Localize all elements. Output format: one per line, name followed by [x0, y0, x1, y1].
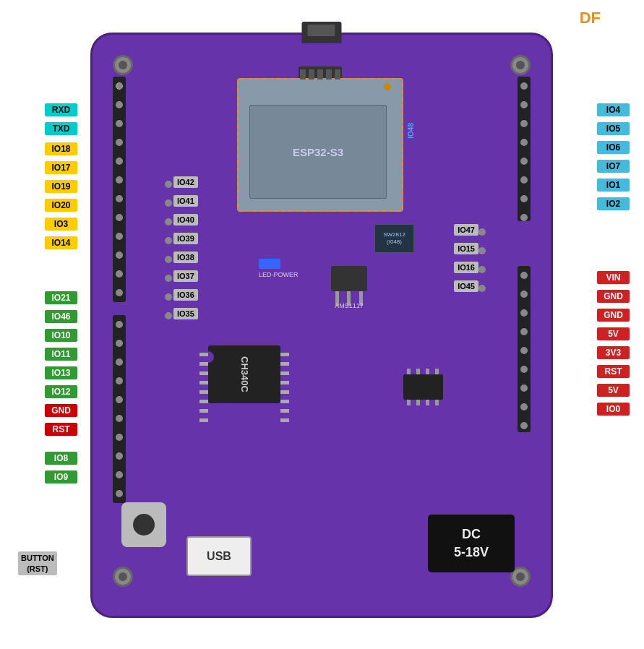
usb-port-bottom: USB [186, 536, 252, 576]
ch340c-pin-l3 [199, 371, 208, 375]
esp32-chip-body: ESP32-S3 [249, 105, 387, 199]
pin-label-vin: VIN [597, 271, 630, 284]
pin-hole-r2 [520, 101, 528, 108]
inner-pin-hole-il5 [165, 256, 172, 263]
pin-hole-l11 [116, 270, 123, 278]
io-label-io38: IO38 [173, 252, 198, 263]
sic-pin-t1 [407, 369, 411, 374]
pin-hole-rb7 [520, 384, 528, 392]
pin-hole-lb3 [116, 358, 123, 366]
io-label-io39: IO39 [173, 233, 198, 244]
pin-label-io4: IO4 [597, 103, 630, 116]
io-label-io37: IO37 [173, 270, 198, 282]
io-label-io16: IO16 [454, 262, 478, 273]
pin-label-gnd1: GND [597, 290, 630, 303]
inner-pin-hole-il7 [165, 293, 172, 301]
pin-hole-l12 [116, 289, 123, 296]
inner-pin-hole-il8 [165, 312, 172, 319]
inner-pin-hole-ir3 [478, 266, 486, 273]
pin-hole-r8 [520, 214, 528, 221]
pin-label-5v1: 5V [597, 327, 630, 340]
pin-label-5v2: 5V [597, 384, 630, 397]
pin-hole-r5 [520, 158, 528, 165]
pin-hole-lb10 [116, 490, 123, 497]
pin-label-3v3: 3V3 [597, 346, 630, 359]
pin-hole-l5 [116, 158, 123, 165]
pin-hole-l10 [116, 252, 123, 259]
io-label-io45: IO45 [454, 280, 478, 292]
pin-hole-lb8 [116, 452, 123, 460]
pin-hole-lb6 [116, 415, 123, 422]
led-power-label: LED-POWER [259, 271, 299, 278]
pin-label-io11: IO11 [45, 348, 77, 361]
pin-hole-r3 [520, 120, 528, 127]
button-rst-cap[interactable] [133, 514, 155, 536]
pin-hole-r4 [520, 139, 528, 146]
pin-label-io14: IO14 [45, 236, 77, 249]
inner-pin-hole-il3 [165, 218, 172, 225]
pin-hole-lb4 [116, 377, 123, 384]
pin-label-rxd: RXD [45, 103, 77, 116]
ch340c-label: CH340C [239, 356, 250, 392]
pin-hole-rb2 [520, 291, 528, 298]
pin-hole-lb2 [116, 340, 123, 347]
ch340c-pin-l4 [199, 381, 208, 384]
pin-label-io7: IO7 [597, 160, 630, 173]
inner-pin-hole-il2 [165, 199, 172, 207]
pin-hole-r6 [520, 176, 528, 184]
small-ic-body [403, 374, 443, 400]
pin-label-io18: IO18 [45, 142, 77, 155]
ch340c-pin-r6 [280, 400, 289, 403]
pin-hole-rb6 [520, 366, 528, 373]
pin-hole-l1 [116, 82, 123, 90]
inner-pin-hole-ir2 [478, 247, 486, 254]
pin-label-io13: IO13 [45, 366, 77, 379]
mount-hole-tl [113, 55, 133, 75]
pin-label-io1: IO1 [597, 179, 630, 192]
esp32-led-dot [384, 83, 391, 90]
pin-label-txd: TXD [45, 122, 77, 135]
inner-pin-hole-il4 [165, 237, 172, 244]
button-rst-component[interactable] [121, 502, 166, 547]
ams1117-body [331, 266, 367, 291]
ch340c-pin-l8 [199, 418, 208, 422]
pin-hole-r1 [520, 82, 528, 90]
ch340c-pin-r2 [280, 362, 289, 366]
brand-label: DF [580, 9, 601, 27]
ch340c-chip: CH340C [208, 345, 280, 432]
dc-connector: DC5-18V [428, 515, 515, 572]
pin-hole-rb9 [520, 422, 528, 429]
io-label-io15: IO15 [454, 243, 478, 254]
pin-label-io46: IO46 [45, 310, 77, 323]
io-label-io47: IO47 [454, 224, 478, 236]
ch340c-pin-l7 [199, 409, 208, 413]
esp32-chip-label: ESP32-S3 [293, 146, 343, 158]
pin-label-io6: IO6 [597, 141, 630, 154]
ch340c-pins-right [280, 353, 289, 422]
pin-hole-rb8 [520, 403, 528, 411]
sic-pin-b4 [435, 400, 439, 405]
sic-pin-t4 [435, 369, 439, 374]
ch340c-pin-r8 [280, 418, 289, 422]
pin-hole-r7 [520, 195, 528, 202]
pin-label-gnd-l: GND [45, 404, 77, 417]
sw2812-label: SW2812(I048) [383, 231, 405, 246]
led-rect [259, 259, 280, 269]
ams1117-regulator: AMS1117 [331, 266, 367, 309]
ch340c-pin-r4 [280, 381, 289, 384]
sic-pin-b3 [426, 400, 429, 405]
pin-label-io2: IO2 [597, 197, 630, 210]
usb-port-label: USB [207, 550, 231, 563]
pin-hole-rb5 [520, 347, 528, 354]
pin-hole-lb7 [116, 434, 123, 441]
ch340c-pin-r3 [280, 371, 289, 375]
pin-hole-l2 [116, 101, 123, 108]
pin-label-io21: IO21 [45, 291, 77, 304]
pin-hole-l3 [116, 120, 123, 127]
pin-label-io3: IO3 [45, 218, 77, 231]
ch340c-pin-r5 [280, 390, 289, 394]
pin-label-io0: IO0 [597, 403, 630, 416]
button-rst-body[interactable] [121, 502, 166, 547]
ch340c-pin-l1 [199, 353, 208, 356]
pin-label-gnd2: GND [597, 309, 630, 322]
